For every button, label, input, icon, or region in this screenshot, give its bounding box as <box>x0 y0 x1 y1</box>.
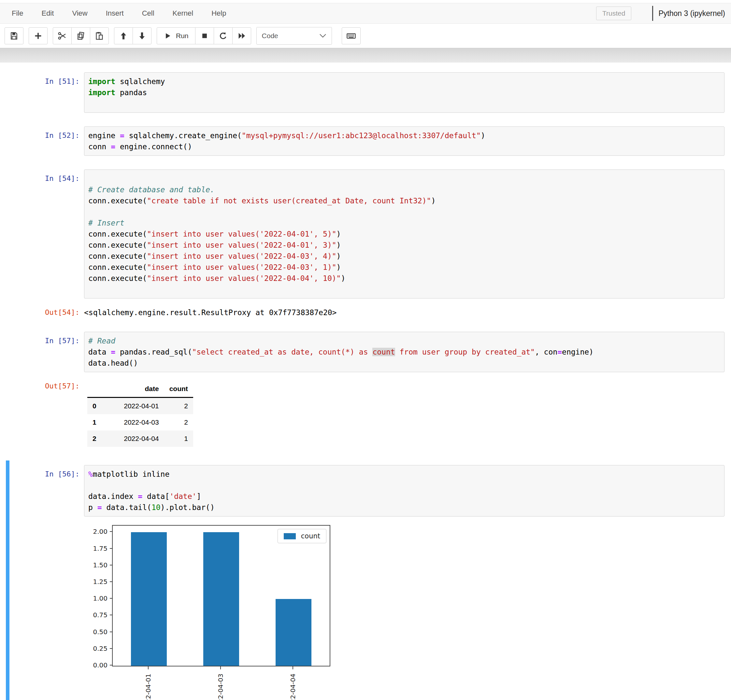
keyboard-icon <box>346 31 357 41</box>
cell-in-52: In [52]:engine = sqlalchemy.create_engin… <box>6 126 725 156</box>
chevron-down-icon <box>319 34 326 38</box>
copy-icon <box>76 31 86 41</box>
insert-cell-below-button[interactable] <box>29 27 48 44</box>
cell-in-57: In [57]:# Readdata = pandas.read_sql("se… <box>6 332 725 447</box>
cell-in-54: In [54]: # Create database and table.con… <box>6 169 725 318</box>
paste-icon <box>94 31 104 41</box>
code-input[interactable]: %matplotlib inline data.index = data['da… <box>84 465 725 516</box>
code-input[interactable]: # Create database and table.conn.execute… <box>84 169 725 299</box>
restart-kernel-button[interactable] <box>214 27 233 44</box>
trusted-button[interactable]: Trusted <box>596 6 631 20</box>
bar <box>131 532 167 666</box>
table-header-row: datecount <box>87 381 193 398</box>
code-input[interactable]: engine = sqlalchemy.create_engine("mysql… <box>84 126 725 156</box>
code-input[interactable]: # Readdata = pandas.read_sql("select cre… <box>84 332 725 372</box>
table-row: 22022-04-041 <box>87 431 193 447</box>
cell-input-row: In [51]:import sqlalchemyimport pandas <box>6 72 725 113</box>
input-prompt: In [51]: <box>6 72 84 87</box>
kernel-separator <box>652 6 653 21</box>
menu-view[interactable]: View <box>72 9 87 18</box>
legend-label: count <box>301 532 320 540</box>
cell-count: 1 <box>164 431 193 447</box>
column-header: date <box>102 381 164 398</box>
move-cell-down-button[interactable] <box>132 27 151 44</box>
copy-cell-button[interactable] <box>71 27 90 44</box>
cell-count: 2 <box>164 398 193 415</box>
menu-help[interactable]: Help <box>211 9 226 18</box>
output-content: count0.000.250.500.751.001.251.501.752.0… <box>84 525 725 700</box>
bar <box>276 599 311 666</box>
column-header: count <box>164 381 193 398</box>
y-tick-label: 2.00 <box>86 528 107 535</box>
save-button[interactable] <box>4 27 23 44</box>
menu-edit[interactable]: Edit <box>41 9 54 18</box>
code-line <box>88 284 720 295</box>
cell-date: 2022-04-01 <box>102 398 164 415</box>
figure-output: count0.000.250.500.751.001.251.501.752.0… <box>86 525 337 700</box>
code-line: conn.execute("insert into user values('2… <box>88 251 720 262</box>
code-line: # Read <box>88 335 720 346</box>
y-tick-mark <box>110 598 113 599</box>
y-tick-label: 1.75 <box>86 544 107 552</box>
code-input[interactable]: import sqlalchemyimport pandas <box>84 72 725 113</box>
cell-input-row: In [57]:# Readdata = pandas.read_sql("se… <box>6 332 725 372</box>
output-content: datecount02022-04-01212022-04-03222022-0… <box>84 381 725 447</box>
output-prompt: Out[57]: <box>6 381 84 392</box>
y-tick-mark <box>110 615 113 615</box>
paste-cell-button[interactable] <box>90 27 109 44</box>
x-tick-mark <box>148 666 148 669</box>
cell-date: 2022-04-03 <box>102 414 164 431</box>
run-button[interactable]: Run <box>157 27 195 44</box>
output-prompt: Out[54]: <box>6 307 84 318</box>
fast-forward-icon <box>237 31 247 41</box>
code-line: import sqlalchemy <box>88 76 720 87</box>
move-cell-up-button[interactable] <box>114 27 133 44</box>
input-prompt: In [56]: <box>6 465 84 480</box>
code-line: engine = sqlalchemy.create_engine("mysql… <box>88 130 720 141</box>
selected-cell-indicator <box>6 460 9 700</box>
input-prompt: In [52]: <box>6 126 84 141</box>
stop-icon <box>200 31 210 41</box>
menu-kernel[interactable]: Kernel <box>173 9 194 18</box>
interrupt-kernel-button[interactable] <box>195 27 214 44</box>
run-button-label: Run <box>176 32 189 40</box>
y-tick-mark <box>110 648 113 649</box>
code-line: data = pandas.read_sql("select created_a… <box>88 346 720 357</box>
chart-legend: count <box>277 529 326 543</box>
chart-axes: count <box>112 525 330 666</box>
table-row: 12022-04-032 <box>87 414 193 431</box>
code-line: %matplotlib inline <box>88 469 720 480</box>
output-dataframe: datecount02022-04-01212022-04-03222022-0… <box>87 381 193 447</box>
y-tick-label: 0.75 <box>86 611 107 619</box>
code-line <box>88 98 720 109</box>
y-tick-label: 0.00 <box>86 661 107 669</box>
y-tick-mark <box>110 581 113 582</box>
y-tick-label: 0.25 <box>86 645 107 652</box>
restart-icon <box>218 31 228 41</box>
save-icon <box>9 31 19 41</box>
code-line: # Create database and table. <box>88 184 720 195</box>
cell-output-row: Out[54]:<sqlalchemy.engine.result.Result… <box>6 307 725 318</box>
code-line: conn.execute("insert into user values('2… <box>88 273 720 284</box>
menu-cell[interactable]: Cell <box>142 9 154 18</box>
play-icon <box>163 32 172 40</box>
cell-type-dropdown[interactable]: Code <box>256 27 332 45</box>
cell-in-56: In [56]:%matplotlib inline data.index = … <box>6 460 725 700</box>
cell-count: 2 <box>164 414 193 431</box>
plus-icon <box>33 31 43 41</box>
code-line: data.head() <box>88 357 720 369</box>
menu-file[interactable]: File <box>12 9 23 18</box>
notebook-area: In [51]:import sqlalchemyimport pandas I… <box>0 63 731 700</box>
bar <box>203 532 239 666</box>
menu-insert[interactable]: Insert <box>106 9 124 18</box>
y-tick-label: 1.50 <box>86 561 107 569</box>
toolbar: Run Code <box>0 24 731 48</box>
command-palette-button[interactable] <box>342 27 361 44</box>
code-line <box>88 480 720 491</box>
cut-cell-button[interactable] <box>53 27 72 44</box>
restart-run-all-button[interactable] <box>232 27 251 44</box>
cell-input-row: In [56]:%matplotlib inline data.index = … <box>6 465 725 516</box>
scissors-icon <box>57 31 67 41</box>
code-line: p = data.tail(10).plot.bar() <box>88 502 720 513</box>
menu-bar-right: Trusted Python 3 (ipykernel) <box>596 6 725 21</box>
